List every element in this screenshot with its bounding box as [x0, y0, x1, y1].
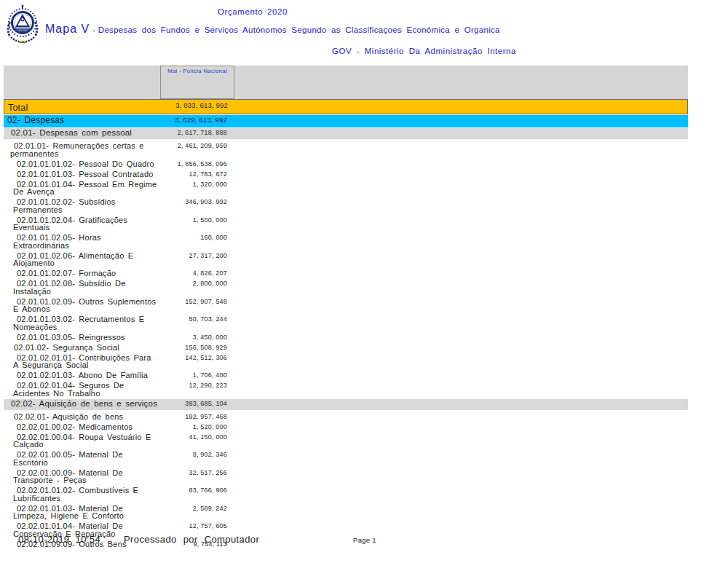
row-value: 393, 685, 104 [4, 400, 227, 407]
row-label-continuation: Eventuais [0, 224, 688, 232]
column-header-policia-nacional: Mai - Polícia Nacional [160, 66, 234, 99]
table-body: 3, 033, 613, 992Total3, 029, 613, 99202-… [4, 99, 688, 549]
row-value: 3, 033, 613, 992 [4, 101, 228, 109]
table-header-row: Mai - Polícia Nacional [4, 66, 688, 99]
row-value: 12, 783, 672 [4, 170, 227, 178]
row-label-continuation: Nomeações [0, 323, 688, 331]
row-value: 1, 856, 538, 096 [4, 160, 227, 168]
table-row: 1, 500, 00002.01.01.02.04- Gratificações… [4, 215, 688, 233]
row-label-continuation: Permanentes [0, 206, 688, 214]
row-value: 41, 150, 000 [4, 433, 227, 441]
row-value: 142, 512, 306 [4, 354, 227, 361]
table-row: 156, 508, 92902.01.02- Segurança Social [4, 342, 688, 353]
row-value: 2, 461, 209, 959 [4, 142, 227, 149]
table-row: 83, 766, 90602.02.01.01.02- Combustíveis… [4, 485, 688, 503]
table-row: 2, 800, 00002.01.01.02.08- Subsídio DeIn… [4, 278, 688, 296]
map-label: Mapa V [45, 23, 90, 35]
row-value: 32, 517, 256 [4, 469, 227, 476]
row-value: 192, 957, 468 [4, 413, 227, 420]
table-row: 50, 703, 24402.01.01.03.02- Recrutamento… [4, 314, 688, 332]
table-row: 41, 150, 00002.02.01.00.04- Roupa Vestuá… [4, 432, 688, 450]
row-label-continuation: Extraordinárias [0, 242, 688, 250]
table-row: 3, 450, 00002.01.01.03.05- Reingressos [4, 332, 688, 342]
table-row: 27, 317, 20002.01.01.02.06- Alimentação … [4, 251, 688, 269]
row-value: 27, 317, 200 [4, 252, 227, 259]
page-footer: 08-10-2019 10:54 Processado por Computad… [0, 534, 728, 548]
table-row: 192, 957, 46802.02.01- Aquisição de bens [4, 412, 688, 422]
row-value: 3, 450, 000 [4, 334, 227, 341]
row-value: 8, 902, 346 [4, 451, 227, 458]
row-value: 12, 290, 223 [4, 382, 227, 389]
table-row: 160, 00002.01.01.02.05- HorasExtraordiná… [4, 232, 688, 251]
table-row: 1, 856, 538, 09602.01.01.01.02- Pessoal … [4, 159, 688, 169]
row-value: 1, 520, 000 [4, 423, 227, 430]
table-row: 3, 029, 613, 99202- Despesas [4, 115, 688, 127]
row-label-continuation: A Segurança Social [0, 361, 688, 369]
row-value: 2, 800, 000 [4, 280, 227, 287]
row-label-continuation: Calçado [0, 441, 688, 449]
row-value: 2, 617, 718, 888 [4, 129, 227, 136]
row-label-continuation: E Abonos [0, 305, 688, 313]
report-page: Orçamento 2020 Mapa V-Despesas dos Fundo… [0, 0, 728, 563]
map-subtitle: Despesas dos Fundos e Serviços Autónomos… [98, 25, 500, 34]
row-value: 83, 766, 906 [4, 487, 227, 494]
row-value: 4, 826, 207 [4, 269, 227, 277]
table-row: 152, 907, 54802.01.01.02.09- Outros Supl… [4, 296, 688, 315]
row-value: 50, 703, 244 [4, 315, 227, 323]
table-row: 1, 320, 00002.01.01.01.04- Pessoal Em Re… [4, 179, 688, 197]
row-label-continuation: Alojamento [0, 259, 688, 267]
row-label-continuation: permanentes [0, 150, 688, 158]
table-row: 2, 461, 209, 95902.01.01- Remunerações c… [4, 141, 688, 159]
page-title: Orçamento 2020 [0, 7, 505, 16]
table-row: 4, 826, 20702.01.01.02.07- Formação [4, 268, 688, 278]
row-value: 12, 757, 605 [4, 522, 227, 529]
row-value: 156, 508, 929 [4, 344, 227, 351]
row-label-continuation: Acidentes No Trabalho [0, 390, 688, 398]
table-row: 1, 706, 40002.01.02.01.03- Abono De Famí… [4, 370, 688, 380]
table-row: 393, 685, 10402.02- Aquisição de bens e … [4, 399, 688, 410]
footer-processed-by: Processado por Computador [124, 534, 259, 545]
row-label-continuation: Escritório [0, 459, 688, 467]
table-row: 1, 520, 00002.02.01.00.02- Medicamentos [4, 422, 688, 432]
row-value: 346, 903, 992 [4, 198, 227, 205]
row-value: 3, 029, 613, 992 [4, 116, 227, 124]
row-value: 160, 000 [4, 234, 227, 241]
table-row: 3, 033, 613, 992Total [4, 99, 688, 114]
table-row: 346, 903, 99202.01.01.02.02- SubsídiosPe… [4, 197, 688, 215]
row-value: 152, 907, 548 [4, 298, 227, 305]
row-value: 1, 500, 000 [4, 216, 227, 224]
map-heading: Mapa V-Despesas dos Fundos e Serviços Au… [45, 23, 500, 36]
footer-timestamp: 08-10-2019 10:54 [18, 534, 100, 545]
row-value: 1, 706, 400 [4, 371, 227, 379]
table-row: 142, 512, 30602.01.02.01.01- Contribuiçõ… [4, 353, 688, 371]
table-row: 32, 517, 25602.02.01.00.09- Material DeT… [4, 468, 688, 486]
row-value: 2, 589, 242 [4, 505, 227, 512]
budget-table: Mai - Polícia Nacional 3, 033, 613, 992T… [4, 66, 688, 549]
row-value: 1, 320, 000 [4, 181, 227, 188]
row-label-continuation: Instalação [0, 288, 688, 296]
table-row: 8, 902, 34602.02.01.00.05- Material DeEs… [4, 449, 688, 468]
map-separator: - [90, 25, 98, 34]
table-row: 2, 617, 718, 88802.01- Despesas com pess… [4, 128, 688, 139]
table-row: 12, 783, 67202.01.01.01.03- Pessoal Cont… [4, 169, 688, 179]
row-label-continuation: Lubrificantes [0, 495, 688, 503]
row-label-continuation: Transporte - Peças [0, 476, 688, 484]
ministry-line: GOV - Ministério Da Administração Intern… [332, 47, 516, 55]
table-row: 2, 589, 24202.02.01.01.03- Material DeLi… [4, 503, 688, 521]
footer-page-number: Page 1 [353, 536, 376, 544]
table-row: 12, 290, 22302.01.02.01.04- Seguros DeAc… [4, 380, 688, 398]
row-label-continuation: Limpeza, Higiene E Conforto [0, 512, 688, 520]
row-label-continuation: De Avença [0, 188, 688, 196]
